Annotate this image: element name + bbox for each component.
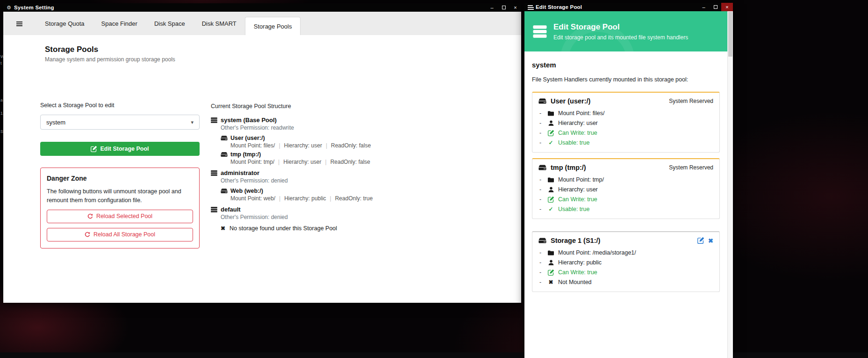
maximize-icon [714,5,717,9]
desktop-icon-label-fragment: t [0,61,2,66]
edit-pool-banner: Edit Storage Pool Edit storage pool and … [524,11,727,51]
pool-name: default [221,206,241,213]
hdd-icon [221,135,228,141]
handler-row-text: Hierarchy: user [558,120,598,126]
handler-row-text: Mount Point: files/ [558,110,604,117]
edit-handler-button[interactable] [697,237,704,244]
tab-disk-space[interactable]: Disk Space [146,12,194,35]
folder-icon [547,250,555,256]
check-icon: ✓ [547,139,555,146]
empty-pool-text: No storage found under this Storage Pool [230,225,337,232]
pool-permission: Other's Permission: denied [221,214,501,220]
handler-row-text: Hierarchy: public [558,259,602,266]
edit-icon [547,270,555,276]
reload-selected-pool-button[interactable]: Reload Selected Pool [47,210,193,223]
hdd-icon [221,152,228,157]
chevron-down-icon: ▾ [191,119,194,125]
tab-bar: Storage Quota Space Finder Disk Space Di… [3,12,521,35]
detail-mount: Mount Point: tmp/ [230,159,274,165]
handler-row-text: Can Write: true [558,269,597,276]
server-icon [211,170,218,176]
handler-row-text: Mount Point: tmp/ [558,176,604,183]
tab-disk-smart[interactable]: Disk SMART [194,12,245,35]
separator: | [326,142,327,149]
danger-zone-card: Danger Zone The following buttons will u… [40,168,200,248]
storage-name: User (user:/) [230,135,265,141]
bullet: - [539,249,544,256]
tab-storage-quota[interactable]: Storage Quota [36,12,93,35]
pool-default: default Other's Permission: denied ✖ No … [211,206,501,232]
bullet: - [539,139,544,146]
bullet: - [539,206,544,212]
handler-row: - Hierarchy: public [538,259,713,266]
system-reserved-badge: System Reserved [669,164,713,171]
maximize-button[interactable] [498,3,509,12]
minimize-icon: – [490,5,493,10]
desktop-taskbar [0,352,868,358]
handler-row: - Hierarchy: user [538,120,713,126]
edit-storage-pool-button[interactable]: Edit Storage Pool [40,142,200,156]
handler-row: - Can Write: true [538,130,713,136]
minimize-button[interactable]: – [486,3,498,12]
danger-zone-description: The following buttons will unmount stora… [47,187,193,205]
tab-space-finder[interactable]: Space Finder [93,12,146,35]
storage-item: User (user:/) Mount Point: files/ | Hier… [221,135,501,149]
scrollbar[interactable] [727,11,733,358]
handler-row-text: Can Write: true [558,130,597,136]
handler-row: - Hierarchy: user [538,186,713,193]
edit-window-titlebar[interactable]: Edit Storage Pool – × [524,3,733,11]
folder-icon [547,111,555,116]
detail-readonly: ReadOnly: false [331,142,371,149]
user-icon [547,187,555,192]
bullet: - [539,120,544,126]
handler-row-text: Mount Point: /media/storage1/ [558,249,636,256]
pool-name-heading: system [532,61,720,69]
hdd-icon [221,188,228,194]
handler-card-tmp: tmp (tmp:/) System Reserved - Mount Poin… [532,158,720,219]
pool-permission: Other's Permission: readwrite [221,124,501,131]
maximize-button[interactable] [710,3,721,11]
system-window-title: System Setting [14,5,54,10]
hamburger-icon [16,22,22,26]
handler-name: User (user:/) [551,97,590,105]
page-subtitle: Manage system and permission group stora… [45,56,521,63]
server-icon [532,25,547,38]
bullet: - [539,176,544,183]
close-icon: × [725,4,728,10]
close-button[interactable]: × [509,3,521,12]
hdd-icon [538,164,546,171]
separator: | [330,195,331,202]
user-icon [547,260,555,265]
pool-system: system (Base Pool) Other's Permission: r… [211,117,501,165]
reload-all-pool-button[interactable]: Reload All Storage Pool [47,228,193,241]
remove-handler-button[interactable]: ✖ [708,237,713,244]
tab-storage-pools[interactable]: Storage Pools [245,17,301,35]
edit-icon [547,197,555,203]
minimize-icon: – [702,4,705,10]
edit-icon [547,130,555,136]
close-button[interactable]: × [721,3,733,11]
minimize-button[interactable]: – [698,3,710,11]
reload-selected-pool-label: Reload Selected Pool [96,213,152,219]
storage-pool-tree: system (Base Pool) Other's Permission: r… [211,117,501,232]
detail-hierarchy: Hierarchy: user [283,159,321,165]
handler-row: - ✓ Usable: true [538,206,713,212]
menu-button[interactable] [12,22,26,26]
system-window-titlebar[interactable]: ⚙ System Setting – × [3,3,521,12]
maximize-icon [502,6,506,9]
storage-name: Web (web:/) [230,188,263,194]
handler-row: - Mount Point: files/ [538,110,713,117]
user-icon [547,120,555,126]
cross-icon: ✖ [547,279,555,285]
handler-row: - ✖ Not Mounted [538,279,713,285]
scrollbar-thumb[interactable] [728,12,732,57]
storage-pool-select[interactable]: system ▾ [40,115,200,130]
storage-item: tmp (tmp:/) Mount Point: tmp/ | Hierarch… [221,151,501,165]
handlers-description: File System Handlers currently mounted i… [532,76,720,83]
detail-mount: Mount Point: files/ [230,142,275,149]
desktop-icon-label-fragment: a [0,98,3,102]
handler-row-text: Usable: true [558,206,589,212]
detail-mount: Mount Point: web/ [230,195,275,202]
system-setting-window: ⚙ System Setting – × Storage Quota Space… [3,3,521,303]
handler-row: - Mount Point: tmp/ [538,176,713,183]
